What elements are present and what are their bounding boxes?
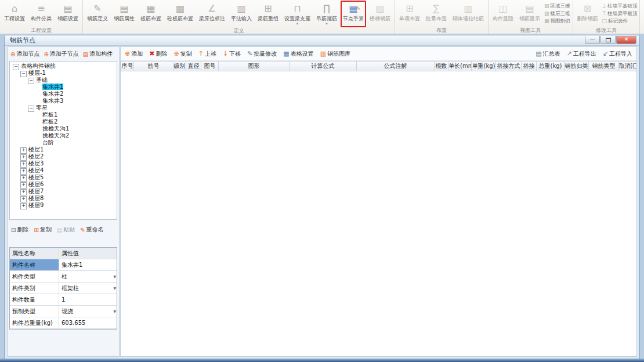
close-button[interactable]: × — [616, 36, 636, 44]
property-value[interactable]: 603.655 — [59, 317, 117, 328]
table-toolbar-button[interactable]: ↑上移 — [198, 50, 216, 58]
column-header[interactable]: 计算公式 — [290, 61, 357, 71]
table-toolbar-button[interactable]: ✎批量修改 — [247, 50, 277, 58]
restore-button[interactable] — [600, 36, 616, 44]
column-header[interactable]: 根数 — [435, 61, 448, 71]
ribbon-button[interactable]: ▤钢筋明细 — [642, 1, 644, 27]
property-value[interactable]: 现浇▼ — [59, 306, 117, 317]
collapse-toggle-icon[interactable]: − — [20, 71, 27, 77]
collapse-toggle-icon[interactable]: − — [28, 106, 34, 112]
ribbon-button[interactable]: ◫构件显隐 — [490, 1, 516, 27]
tree-item[interactable]: −表格构件钢筋 — [10, 63, 117, 70]
ribbon-button[interactable]: ∏吊筋箍筋▾ — [314, 1, 339, 27]
column-header[interactable]: 单重(kg) — [472, 61, 496, 71]
table-toolbar-button[interactable]: ↓下移 — [223, 50, 241, 58]
ribbon-button[interactable]: ▤钢筋属性 — [111, 1, 137, 27]
column-header[interactable]: 单长(mm) — [448, 61, 472, 71]
ribbon-button-small[interactable]: ⊥柱墙平基础顶 — [602, 2, 638, 9]
ribbon-button-small[interactable]: ▩视图剖切 — [544, 17, 570, 24]
tree-item[interactable]: +楼层4 — [10, 167, 117, 174]
tree-item[interactable]: +楼层6 — [10, 181, 117, 188]
tree-toolbar-button[interactable]: ▤添加构件 — [83, 50, 113, 58]
tree-item[interactable]: +楼层8 — [10, 195, 117, 202]
column-header[interactable]: 级别 — [173, 61, 186, 71]
column-header[interactable]: 序号 — [121, 61, 134, 71]
minimize-button[interactable]: — — [585, 36, 600, 44]
tree-item[interactable]: +楼层1 — [10, 146, 117, 153]
dropdown-arrow-icon[interactable]: ▼ — [113, 283, 116, 294]
column-header[interactable]: 搭接 — [522, 61, 537, 71]
ribbon-button[interactable]: ▥砌体墙拉结筋 — [450, 1, 486, 27]
dropdown-arrow-icon[interactable]: ▼ — [113, 306, 116, 317]
tree-item[interactable]: −基础 — [10, 77, 117, 84]
ribbon-button-small[interactable]: ▧区域三维 — [544, 2, 570, 9]
table-toolbar-button[interactable]: ↙工程导入 — [603, 50, 632, 58]
tree-item[interactable]: +楼层7 — [10, 188, 117, 195]
tree-item[interactable]: 集水井3 — [10, 97, 117, 104]
tree-action-button[interactable]: ⊞复制 — [34, 226, 51, 234]
tree-item[interactable]: +楼层5 — [10, 174, 117, 181]
tree-item[interactable]: 集水井1 — [10, 84, 117, 91]
ribbon-button[interactable]: ▤钢筋显示 — [517, 1, 542, 27]
ribbon-button[interactable]: ▥平法输入 — [229, 1, 254, 27]
ribbon-button[interactable]: ⊞梁筋重组 — [255, 1, 281, 27]
column-header[interactable]: 筋号 — [134, 61, 173, 71]
column-header[interactable]: 钢筋归类 — [565, 61, 589, 71]
ribbon-button[interactable]: ▨楼梯钢筋 — [367, 1, 393, 27]
tree-item[interactable]: 挑檐天沟1 — [10, 125, 117, 132]
window-titlebar[interactable]: 钢筋节点 — × — [5, 35, 639, 46]
ribbon-button-small[interactable]: ⊤柱墙梁平板顶 — [602, 10, 638, 17]
table-toolbar-button[interactable]: ⊕添加 — [125, 50, 143, 58]
tree-toolbar-button[interactable]: ⊕添加节点 — [10, 50, 39, 58]
ribbon-button[interactable]: ▦✎节点手算 — [341, 1, 366, 27]
dropdown-arrow-icon[interactable]: ▼ — [113, 271, 116, 282]
ribbon-button[interactable]: ⊞单项布置 — [397, 1, 422, 27]
ribbon-button[interactable]: ▦板筋布置 — [138, 1, 164, 27]
tree-action-button[interactable]: ✎重命名 — [80, 226, 103, 234]
tree-item[interactable]: −零星 — [10, 104, 117, 111]
collapse-toggle-icon[interactable]: − — [13, 64, 19, 70]
tree-item[interactable]: 台阶 — [10, 139, 117, 146]
tree-item[interactable]: +楼层3 — [10, 160, 117, 167]
ribbon-button[interactable]: ▩砼板筋布置 — [165, 1, 196, 27]
ribbon-button[interactable]: ✎钢筋定义 — [85, 1, 110, 27]
tree-item[interactable]: 挑檐天沟2 — [10, 132, 117, 139]
tree-item[interactable]: 集水井2 — [10, 91, 117, 97]
tree-item[interactable]: 栏板2 — [10, 118, 117, 125]
column-header[interactable]: 直径 — [186, 61, 201, 71]
table-toolbar-button[interactable]: ↗工程导出 — [567, 50, 596, 58]
expand-toggle-icon[interactable]: + — [20, 203, 27, 209]
column-header[interactable]: 总重(kg) — [537, 61, 565, 71]
ribbon-button[interactable]: ⊓设置梁支座▾ — [282, 1, 313, 27]
ribbon-button-small[interactable]: ▨楼层三维 — [544, 10, 570, 17]
table-toolbar-button[interactable]: ✖删除 — [149, 50, 167, 58]
property-value[interactable]: 集水井1 — [59, 259, 117, 270]
table-toolbar-button[interactable]: ▤汇总表 — [536, 50, 560, 58]
collapse-toggle-icon[interactable]: − — [28, 78, 34, 84]
ribbon-button-small[interactable]: □标记选件 — [602, 17, 638, 24]
column-header[interactable]: 公式注解 — [357, 61, 435, 71]
tree-action-button[interactable]: ⊟删除 — [11, 226, 28, 234]
column-header[interactable]: 取消汇总 — [619, 61, 637, 71]
column-header[interactable]: 钢筋类型 — [589, 61, 619, 71]
ribbon-button[interactable]: ▤钢筋设置 — [55, 1, 81, 27]
ribbon-button[interactable]: ∑批量布置 — [424, 1, 449, 27]
column-header[interactable]: 图号 — [201, 61, 219, 71]
ribbon-button[interactable]: ⌂工程设置 — [2, 1, 27, 27]
table-toolbar-button[interactable]: ▦表格设置 — [283, 50, 313, 58]
property-value[interactable]: 柱▼ — [59, 271, 117, 282]
ribbon-button[interactable]: ⊠删除钢筋 — [575, 1, 600, 27]
tree-item[interactable]: 栏板1 — [10, 111, 117, 118]
tree-item[interactable]: +楼层9 — [10, 202, 117, 209]
tree-item[interactable]: +楼层2 — [10, 153, 117, 160]
tree-toolbar-button[interactable]: ⊕添加子节点 — [44, 50, 78, 58]
table-toolbar-button[interactable]: ▥钢筋图库 — [320, 50, 350, 58]
tree-action-button[interactable]: ▤粘贴 — [57, 226, 75, 234]
column-header[interactable]: 搭接方式 — [496, 61, 522, 71]
column-header[interactable]: 图形 — [219, 61, 290, 71]
ribbon-button[interactable]: ≡构件分类 — [28, 1, 54, 27]
ribbon-button[interactable]: ∠梁原位标注 — [197, 1, 227, 27]
property-value[interactable]: 框架柱▼ — [59, 283, 117, 294]
property-value[interactable]: 1 — [59, 294, 117, 305]
tree-item[interactable]: −楼层-1 — [10, 70, 117, 77]
